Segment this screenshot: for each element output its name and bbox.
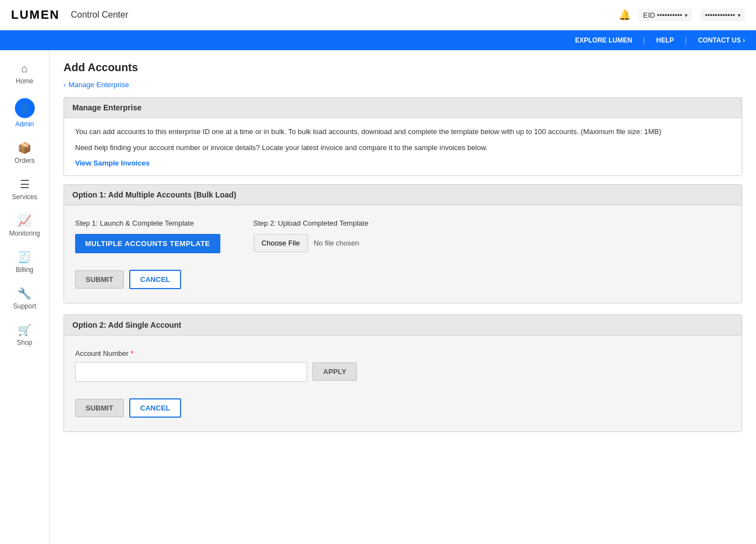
info-section: You can add accounts to this enterprise … xyxy=(64,118,742,175)
home-icon: ⌂ xyxy=(21,62,28,75)
sidebar-item-services[interactable]: ☰ Services xyxy=(0,171,49,207)
user-dropdown[interactable]: •••••••••••• ▾ xyxy=(700,9,745,22)
option1-header: Option 1: Add Multiple Accounts (Bulk Lo… xyxy=(64,185,742,205)
info-text-2: Need help finding your account number or… xyxy=(75,142,731,154)
explore-lumen-link[interactable]: EXPLORE LUMEN xyxy=(575,36,632,44)
manage-enterprise-header: Manage Enterprise xyxy=(64,98,742,118)
chevron-down-icon-2: ▾ xyxy=(738,12,741,18)
step2-label: Step 2: Upload Completed Template xyxy=(253,219,369,227)
chevron-down-icon: ▾ xyxy=(685,12,688,18)
breadcrumb-label: Manage Enterprise xyxy=(68,81,129,89)
sidebar-item-label-billing: Billing xyxy=(15,266,33,274)
option2-body: Account Number * APPLY SUBMIT CANCEL xyxy=(64,335,742,431)
main-content: Add Accounts ‹ Manage Enterprise Manage … xyxy=(50,50,756,544)
option2-card: Option 2: Add Single Account Account Num… xyxy=(64,314,742,432)
option1-submit-button[interactable]: SUBMIT xyxy=(75,270,124,289)
account-number-label: Account Number * xyxy=(75,349,731,358)
no-file-chosen-text: No file chosen xyxy=(314,239,359,247)
sidebar: ⌂ Home 👤 Admin 📦 Orders ☰ Services 📈 Mon… xyxy=(0,50,50,544)
option1-body: Step 1: Launch & Complete Template MULTI… xyxy=(64,205,742,303)
page-title: Add Accounts xyxy=(64,61,742,74)
sidebar-item-label-services: Services xyxy=(12,193,37,201)
top-header: LUMEN Control Center 🔔 EID •••••••••• ▾ … xyxy=(0,0,756,30)
view-sample-invoices-link[interactable]: View Sample Invoices xyxy=(75,159,150,167)
account-number-input[interactable] xyxy=(75,362,307,382)
breadcrumb[interactable]: ‹ Manage Enterprise xyxy=(64,81,742,89)
info-text-1: You can add accounts to this enterprise … xyxy=(75,126,731,138)
option2-submit-button[interactable]: SUBMIT xyxy=(75,399,124,417)
sidebar-item-shop[interactable]: 🛒 Shop xyxy=(0,317,49,353)
logo: LUMEN xyxy=(11,8,60,22)
sidebar-item-label-orders: Orders xyxy=(14,157,35,164)
eid-dropdown[interactable]: EID •••••••••• ▾ xyxy=(639,9,692,22)
header-right: 🔔 EID •••••••••• ▾ •••••••••••• ▾ xyxy=(618,9,745,22)
services-icon: ☰ xyxy=(20,178,30,191)
sidebar-item-label-monitoring: Monitoring xyxy=(9,230,40,237)
account-input-row: APPLY xyxy=(75,362,731,382)
sidebar-item-monitoring[interactable]: 📈 Monitoring xyxy=(0,207,49,244)
sidebar-item-billing[interactable]: 🧾 Billing xyxy=(0,244,49,280)
divider-2: | xyxy=(685,36,687,45)
option1-card: Option 1: Add Multiple Accounts (Bulk Lo… xyxy=(64,184,742,303)
divider-1: | xyxy=(643,36,646,45)
step2-block: Step 2: Upload Completed Template Choose… xyxy=(253,219,369,252)
billing-icon: 🧾 xyxy=(18,250,31,264)
multiple-accounts-template-button[interactable]: MULTIPLE ACCOUNTS TEMPLATE xyxy=(75,234,220,253)
required-star: * xyxy=(131,349,134,358)
orders-icon: 📦 xyxy=(18,141,31,154)
option1-cancel-button[interactable]: CANCEL xyxy=(129,270,181,289)
blue-bar: EXPLORE LUMEN | HELP | CONTACT US › xyxy=(0,30,756,50)
sidebar-item-support[interactable]: 🔧 Support xyxy=(0,280,49,317)
choose-file-button[interactable]: Choose File xyxy=(253,234,308,252)
option2-cancel-button[interactable]: CANCEL xyxy=(129,398,181,418)
sidebar-item-label-support: Support xyxy=(13,302,36,310)
header-left: LUMEN Control Center xyxy=(11,8,128,22)
sidebar-item-label-shop: Shop xyxy=(17,339,32,346)
admin-icon: 👤 xyxy=(15,98,35,118)
sidebar-item-label-admin: Admin xyxy=(15,120,34,128)
support-icon: 🔧 xyxy=(18,287,31,300)
user-label: •••••••••••• xyxy=(705,11,735,19)
eid-label: EID •••••••••• xyxy=(643,11,683,19)
breadcrumb-chevron-icon: ‹ xyxy=(64,81,66,89)
contact-us-link[interactable]: CONTACT US › xyxy=(698,36,745,44)
sidebar-item-admin[interactable]: 👤 Admin xyxy=(0,92,49,135)
option2-header: Option 2: Add Single Account xyxy=(64,315,742,335)
shop-icon: 🛒 xyxy=(18,323,31,337)
step1-label: Step 1: Launch & Complete Template xyxy=(75,219,220,227)
apply-button[interactable]: APPLY xyxy=(313,362,357,381)
layout: ⌂ Home 👤 Admin 📦 Orders ☰ Services 📈 Mon… xyxy=(0,50,756,544)
steps-row: Step 1: Launch & Complete Template MULTI… xyxy=(75,219,731,253)
help-link[interactable]: HELP xyxy=(656,36,674,44)
app-title: Control Center xyxy=(71,10,128,20)
option1-buttons-row: SUBMIT CANCEL xyxy=(75,270,731,289)
sidebar-item-label-home: Home xyxy=(15,77,33,85)
sidebar-item-home[interactable]: ⌂ Home xyxy=(0,56,49,92)
monitoring-icon: 📈 xyxy=(18,214,31,227)
sidebar-item-orders[interactable]: 📦 Orders xyxy=(0,135,49,171)
manage-enterprise-card: Manage Enterprise You can add accounts t… xyxy=(64,97,742,176)
bell-icon[interactable]: 🔔 xyxy=(618,9,631,21)
option2-buttons-row: SUBMIT CANCEL xyxy=(75,398,731,418)
step1-block: Step 1: Launch & Complete Template MULTI… xyxy=(75,219,220,253)
file-upload-row: Choose File No file chosen xyxy=(253,234,369,252)
